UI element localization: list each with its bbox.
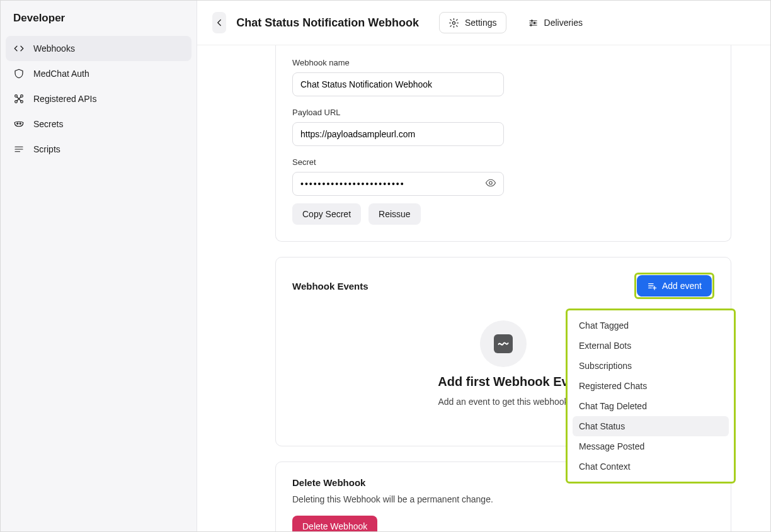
empty-state-graphic <box>480 320 527 367</box>
sidebar: Developer Webhooks MedChat Auth Register… <box>1 1 197 531</box>
add-event-dropdown: Chat Tagged External Bots Subscriptions … <box>566 308 736 484</box>
back-button[interactable] <box>212 12 226 33</box>
tab-deliveries[interactable]: Deliveries <box>519 12 591 33</box>
gear-icon <box>448 17 460 28</box>
webhook-form-card: Webhook name Payload URL Secret <box>275 45 731 242</box>
dropdown-option-subscriptions[interactable]: Subscriptions <box>573 356 729 376</box>
tab-deliveries-label: Deliveries <box>544 18 583 28</box>
sidebar-item-label: Webhooks <box>33 43 75 54</box>
sidebar-item-webhooks[interactable]: Webhooks <box>6 36 191 61</box>
add-event-label: Add event <box>662 281 702 291</box>
list-plus-icon <box>647 281 657 291</box>
dropdown-option-external-bots[interactable]: External Bots <box>573 336 729 356</box>
sidebar-item-label: Scripts <box>33 144 60 154</box>
content-area: Webhook name Payload URL Secret <box>197 45 770 531</box>
nodes-icon <box>13 93 25 105</box>
copy-secret-button[interactable]: Copy Secret <box>292 203 361 225</box>
wave-icon <box>497 337 510 350</box>
code-icon <box>13 43 25 54</box>
add-event-highlight: Add event <box>634 273 714 299</box>
empty-state-subtitle: Add an event to get this webhook <box>438 397 568 407</box>
chevron-left-icon <box>214 17 225 28</box>
webhook-name-label: Webhook name <box>292 58 714 67</box>
payload-url-input[interactable] <box>292 122 504 146</box>
tab-settings-label: Settings <box>465 18 497 28</box>
sidebar-item-label: Registered APIs <box>33 94 96 104</box>
dropdown-option-chat-tagged[interactable]: Chat Tagged <box>573 315 729 336</box>
secret-input[interactable] <box>292 172 504 196</box>
reissue-button[interactable]: Reissue <box>368 203 421 225</box>
eye-icon[interactable] <box>485 178 496 191</box>
webhook-events-title: Webhook Events <box>292 281 368 291</box>
list-icon <box>13 144 25 155</box>
sidebar-item-label: Secrets <box>33 119 63 129</box>
svg-point-6 <box>17 123 18 124</box>
payload-url-label: Payload URL <box>292 108 714 117</box>
dropdown-option-chat-context[interactable]: Chat Context <box>573 456 729 477</box>
svg-point-11 <box>453 21 455 24</box>
tab-settings[interactable]: Settings <box>439 12 506 33</box>
shield-icon <box>13 68 25 79</box>
empty-state-title: Add first Webhook Ev <box>438 375 568 389</box>
svg-point-7 <box>20 123 21 124</box>
secret-label: Secret <box>292 157 714 167</box>
mask-icon <box>13 118 25 130</box>
topbar: Chat Status Notification Webhook Setting… <box>197 1 770 45</box>
sidebar-item-registered-apis[interactable]: Registered APIs <box>6 86 191 111</box>
webhook-name-input[interactable] <box>292 72 504 96</box>
dropdown-option-message-posted[interactable]: Message Posted <box>573 436 729 456</box>
dropdown-option-chat-status[interactable]: Chat Status <box>573 416 729 436</box>
sidebar-title: Developer <box>6 12 191 36</box>
sidebar-item-secrets[interactable]: Secrets <box>6 111 191 137</box>
sidebar-item-label: MedChat Auth <box>33 69 89 79</box>
dropdown-option-chat-tag-deleted[interactable]: Chat Tag Deleted <box>573 396 729 416</box>
sidebar-item-medchat-auth[interactable]: MedChat Auth <box>6 61 191 86</box>
delete-webhook-button[interactable]: Delete Webhook <box>292 516 377 531</box>
page-title: Chat Status Notification Webhook <box>236 16 419 30</box>
add-event-button[interactable]: Add event <box>637 275 712 297</box>
dropdown-option-registered-chats[interactable]: Registered Chats <box>573 376 729 396</box>
svg-point-18 <box>489 181 493 184</box>
sliders-icon <box>528 17 539 28</box>
sidebar-item-scripts[interactable]: Scripts <box>6 137 191 162</box>
delete-webhook-description: Deleting this Webhook will be a permanen… <box>292 494 714 504</box>
